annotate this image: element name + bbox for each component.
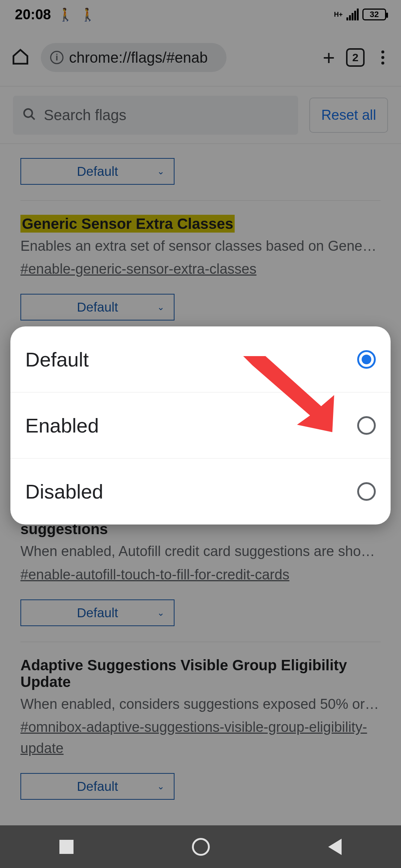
dialog-option-disabled[interactable]: Disabled [10, 458, 391, 525]
dialog-option-enabled[interactable]: Enabled [10, 392, 391, 458]
flag-options-dialog: Default Enabled Disabled [10, 326, 391, 525]
back-button[interactable] [328, 839, 342, 855]
radio-unselected-icon [357, 482, 376, 501]
recents-button[interactable] [59, 840, 74, 854]
dialog-option-default[interactable]: Default [10, 326, 391, 392]
radio-selected-icon [357, 350, 376, 369]
home-button[interactable] [192, 838, 210, 856]
radio-unselected-icon [357, 416, 376, 435]
system-nav-bar [0, 825, 401, 868]
